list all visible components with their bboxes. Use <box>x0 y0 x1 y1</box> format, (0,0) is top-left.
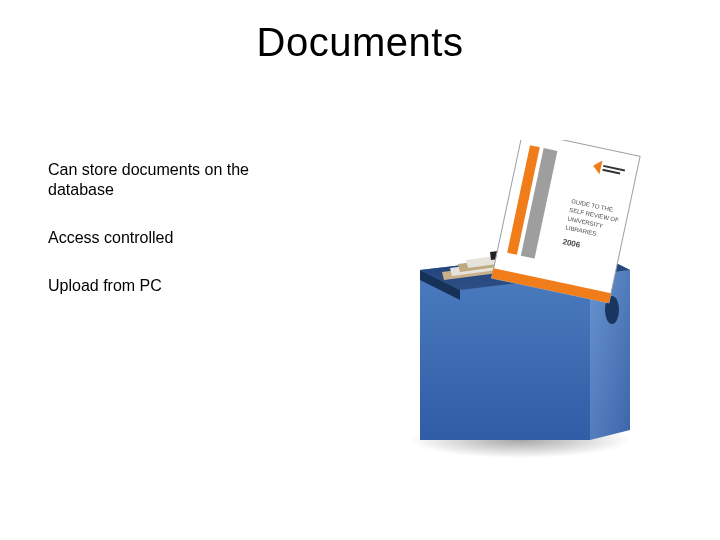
bullet-item: Can store documents on the database <box>48 160 308 200</box>
bullet-item: Access controlled <box>48 228 308 248</box>
slide-title: Documents <box>0 20 720 65</box>
bullet-item: Upload from PC <box>48 276 308 296</box>
filing-box-illustration: GUIDE TO THE SELF REVIEW OF UNIVERSITY L… <box>380 140 660 460</box>
filing-box-icon: GUIDE TO THE SELF REVIEW OF UNIVERSITY L… <box>380 140 660 460</box>
bullet-list: Can store documents on the database Acce… <box>48 160 308 324</box>
slide: Documents Can store documents on the dat… <box>0 0 720 540</box>
